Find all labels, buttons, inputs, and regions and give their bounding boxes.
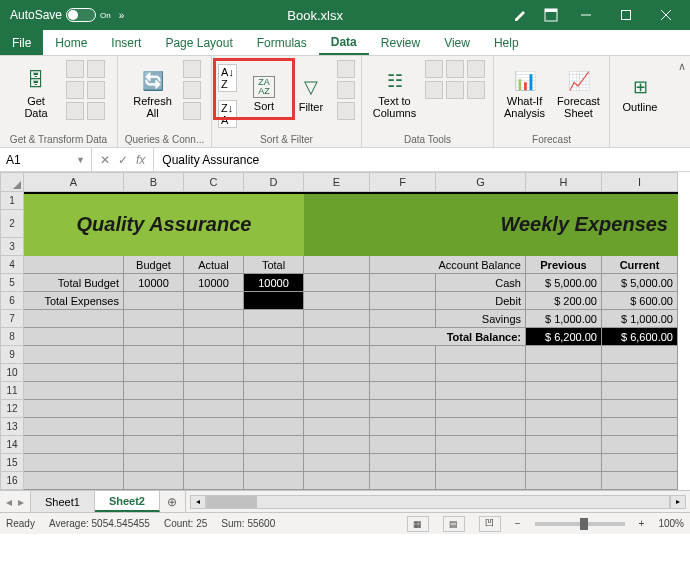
sheet-tab-2[interactable]: Sheet2 (95, 491, 160, 512)
row-header-12[interactable]: 12 (0, 400, 24, 418)
cell-B13[interactable] (124, 418, 184, 436)
cell-F5[interactable] (370, 274, 436, 292)
view-normal-button[interactable]: ▦ (407, 516, 429, 532)
sheet-tab-1[interactable]: Sheet1 (31, 491, 95, 512)
cell-A13[interactable] (24, 418, 124, 436)
cell-A10[interactable] (24, 364, 124, 382)
scroll-left-icon[interactable]: ◂ (190, 495, 206, 509)
from-text-icon[interactable] (66, 60, 84, 78)
cell-D6[interactable] (244, 292, 304, 310)
filter-button[interactable]: ▽ Filter (291, 60, 331, 128)
zoom-in-button[interactable]: + (639, 518, 645, 529)
name-box-dropdown-icon[interactable]: ▼ (76, 155, 85, 165)
cell-G16[interactable] (436, 472, 526, 490)
spreadsheet-grid[interactable]: A B C D E F G H I 12Quality AssuranceWee… (0, 172, 690, 490)
cell-H14[interactable] (526, 436, 602, 454)
sort-az-button[interactable]: A↓Z (218, 64, 237, 92)
maximize-button[interactable] (606, 0, 646, 30)
cell-H4[interactable]: Previous (526, 256, 602, 274)
cell-E4[interactable] (304, 256, 370, 274)
cell-I9[interactable] (602, 346, 678, 364)
cell-B5[interactable]: 10000 (124, 274, 184, 292)
cell-F16[interactable] (370, 472, 436, 490)
cell-C6[interactable] (184, 292, 244, 310)
sheet-prev-icon[interactable]: ◂ (6, 495, 12, 509)
cell-H1[interactable] (526, 192, 602, 210)
col-header-e[interactable]: E (304, 172, 370, 192)
cell-I11[interactable] (602, 382, 678, 400)
cell-G15[interactable] (436, 454, 526, 472)
row-header-3[interactable]: 3 (0, 238, 24, 256)
cell-B14[interactable] (124, 436, 184, 454)
cell-C8[interactable] (184, 328, 244, 346)
tab-review[interactable]: Review (369, 30, 432, 55)
cell-F10[interactable] (370, 364, 436, 382)
remove-duplicates-icon[interactable] (446, 60, 464, 78)
cell-G1[interactable] (436, 192, 526, 210)
cell-D4[interactable]: Total (244, 256, 304, 274)
cell-I1[interactable] (602, 192, 678, 210)
queries-icon[interactable] (183, 60, 201, 78)
cell-E5[interactable] (304, 274, 370, 292)
sort-button[interactable]: ZAAZ Sort (243, 60, 285, 128)
cell-I3[interactable] (602, 238, 678, 256)
cell-A2[interactable]: Quality Assurance (24, 210, 304, 238)
row-header-16[interactable]: 16 (0, 472, 24, 490)
cell-H11[interactable] (526, 382, 602, 400)
cell-B8[interactable] (124, 328, 184, 346)
row-header-15[interactable]: 15 (0, 454, 24, 472)
tab-help[interactable]: Help (482, 30, 531, 55)
cell-F8[interactable] (370, 328, 436, 346)
cell-I10[interactable] (602, 364, 678, 382)
row-header-14[interactable]: 14 (0, 436, 24, 454)
cell-G11[interactable] (436, 382, 526, 400)
cell-C3[interactable] (184, 238, 244, 256)
cell-C10[interactable] (184, 364, 244, 382)
flash-fill-icon[interactable] (425, 60, 443, 78)
cell-D10[interactable] (244, 364, 304, 382)
tab-insert[interactable]: Insert (99, 30, 153, 55)
tab-home[interactable]: Home (43, 30, 99, 55)
cell-F14[interactable] (370, 436, 436, 454)
zoom-slider[interactable] (535, 522, 625, 526)
horizontal-scrollbar[interactable]: ◂ ▸ (186, 491, 690, 512)
tab-file[interactable]: File (0, 30, 43, 55)
cell-A4[interactable] (24, 256, 124, 274)
collapse-ribbon-icon[interactable]: ∧ (678, 60, 686, 73)
recent-sources-icon[interactable] (87, 81, 105, 99)
cell-H12[interactable] (526, 400, 602, 418)
col-header-i[interactable]: I (602, 172, 678, 192)
from-web-icon[interactable] (87, 60, 105, 78)
cell-H3[interactable] (526, 238, 602, 256)
autosave-toggle-group[interactable]: AutoSave On (10, 8, 111, 22)
cell-B16[interactable] (124, 472, 184, 490)
cell-C5[interactable]: 10000 (184, 274, 244, 292)
col-header-a[interactable]: A (24, 172, 124, 192)
cell-A6[interactable]: Total Expenses (24, 292, 124, 310)
cell-E12[interactable] (304, 400, 370, 418)
cell-F12[interactable] (370, 400, 436, 418)
cell-E8[interactable] (304, 328, 370, 346)
row-header-7[interactable]: 7 (0, 310, 24, 328)
cell-A3[interactable] (24, 238, 124, 256)
cell-F7[interactable] (370, 310, 436, 328)
cell-C4[interactable]: Actual (184, 256, 244, 274)
cell-A9[interactable] (24, 346, 124, 364)
cell-H15[interactable] (526, 454, 602, 472)
cell-G7[interactable]: Savings (436, 310, 526, 328)
cell-E6[interactable] (304, 292, 370, 310)
row-header-2[interactable]: 2 (0, 210, 24, 238)
whatif-button[interactable]: 📊 What-If Analysis (501, 60, 549, 128)
cell-D5[interactable]: 10000 (244, 274, 304, 292)
zoom-out-button[interactable]: − (515, 518, 521, 529)
col-header-h[interactable]: H (526, 172, 602, 192)
advanced-filter-icon[interactable] (337, 102, 355, 120)
cell-I8[interactable]: $ 6,600.00 (602, 328, 678, 346)
cell-E16[interactable] (304, 472, 370, 490)
col-header-d[interactable]: D (244, 172, 304, 192)
cell-C16[interactable] (184, 472, 244, 490)
cell-I5[interactable]: $ 5,000.00 (602, 274, 678, 292)
consolidate-icon[interactable] (425, 81, 443, 99)
cell-D11[interactable] (244, 382, 304, 400)
enter-formula-icon[interactable]: ✓ (118, 153, 128, 167)
